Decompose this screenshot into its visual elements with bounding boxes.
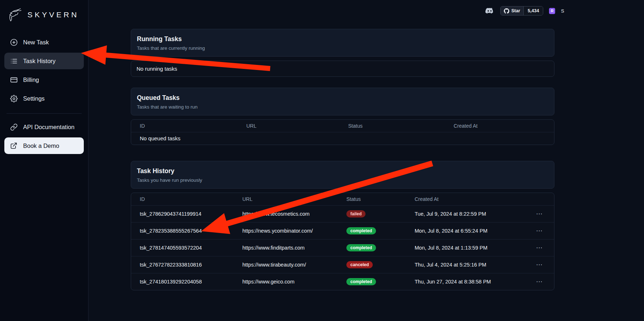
status-badge: completed — [346, 278, 376, 285]
table-row[interactable]: tsk_278235388555267564 https://news.ycom… — [131, 222, 554, 239]
app-window: SKYVERN New Task Task History Billing Se — [0, 0, 644, 321]
sidebar-item-label: Book a Demo — [23, 142, 59, 149]
task-id: tsk_278629043741199914 — [140, 211, 242, 217]
main-area: Star 5,434 R S Running Tasks Tasks that … — [88, 0, 644, 321]
sidebar-item-label: Task History — [23, 58, 56, 65]
table-row[interactable]: tsk_278147405593572204 https://www.findi… — [131, 239, 554, 256]
status-badge: failed — [346, 210, 366, 217]
external-link-icon — [10, 142, 18, 150]
sidebar-item-label: API Documentation — [23, 124, 74, 131]
sidebar-item-new-task[interactable]: New Task — [4, 34, 84, 50]
task-created-at: Mon, Jul 8, 2024 at 6:55:24 PM — [415, 228, 523, 234]
task-history-section: Task History Tasks you have run previous… — [131, 161, 554, 290]
sidebar-item-api-documentation[interactable]: API Documentation — [4, 119, 84, 135]
discord-icon[interactable] — [485, 6, 494, 16]
topbar-cutoff-text: S — [561, 8, 564, 14]
table-row[interactable]: tsk_274180139292204058 https://www.geico… — [131, 273, 554, 290]
content: Running Tasks Tasks that are currently r… — [88, 22, 644, 290]
link-icon — [10, 123, 18, 131]
column-header-created-at: Created At — [415, 196, 523, 202]
status-badge: canceled — [346, 261, 373, 268]
section-subtitle: Tasks you have run previously — [137, 177, 548, 183]
sidebar-item-task-history[interactable]: Task History — [4, 53, 84, 69]
task-url: https://www.finditparts.com — [242, 245, 346, 251]
github-icon — [504, 8, 509, 14]
queued-tasks-empty: No queued tasks — [131, 132, 554, 145]
running-tasks-empty: No running tasks — [131, 61, 554, 77]
github-star-count: 5,434 — [523, 6, 543, 15]
running-tasks-header: Running Tasks Tasks that are currently r… — [131, 29, 554, 57]
column-header-created-at: Created At — [454, 123, 545, 129]
table-header-row: ID URL Status Created At — [131, 120, 554, 132]
status-badge: completed — [346, 244, 376, 251]
queued-tasks-section: Queued Tasks Tasks that are waiting to r… — [131, 88, 554, 145]
section-title: Running Tasks — [137, 35, 548, 43]
task-url: https://news.ycombinator.com/ — [242, 228, 346, 234]
table-row[interactable]: tsk_276727822333810816 https://www.tirab… — [131, 256, 554, 273]
sidebar-item-label: New Task — [23, 39, 49, 46]
sidebar-item-label: Billing — [23, 76, 39, 83]
task-id: tsk_276727822333810816 — [140, 262, 242, 268]
table-row[interactable]: tsk_278629043741199914 https://www.tecos… — [131, 205, 554, 222]
task-created-at: Mon, Jul 8, 2024 at 1:13:59 PM — [415, 245, 523, 251]
column-header-id: ID — [140, 123, 246, 129]
credit-card-icon — [10, 76, 18, 84]
column-header-id: ID — [140, 196, 242, 202]
section-subtitle: Tasks that are waiting to run — [137, 104, 548, 110]
task-created-at: Thu, Jul 4, 2024 at 5:25:16 PM — [415, 262, 523, 268]
sidebar-item-book-a-demo[interactable]: Book a Demo — [4, 137, 84, 154]
row-actions-button[interactable]: ⋯ — [523, 227, 545, 235]
task-history-header: Task History Tasks you have run previous… — [131, 161, 554, 189]
sidebar-item-billing[interactable]: Billing — [4, 71, 84, 88]
column-header-status: Status — [346, 196, 415, 202]
section-subtitle: Tasks that are currently running — [137, 45, 548, 51]
task-created-at: Tue, Jul 9, 2024 at 8:22:59 PM — [415, 211, 523, 217]
brand-name: SKYVERN — [27, 10, 79, 19]
task-id: tsk_278147405593572204 — [140, 245, 242, 251]
list-icon — [10, 57, 18, 65]
skyvern-dragon-icon — [7, 6, 24, 23]
github-star-label: Star — [511, 8, 520, 13]
plus-circle-icon — [10, 38, 18, 46]
section-title: Task History — [137, 167, 548, 175]
task-url: https://www.tecosmetics.com — [242, 211, 346, 217]
gear-icon — [10, 94, 18, 102]
task-id: tsk_278235388555267564 — [140, 228, 242, 234]
task-id: tsk_274180139292204058 — [140, 279, 242, 285]
column-header-url: URL — [246, 123, 348, 129]
task-history-table: ID URL Status Created At tsk_27862904374… — [131, 193, 554, 290]
table-header-row: ID URL Status Created At — [131, 193, 554, 205]
sidebar-divider — [7, 113, 82, 114]
queued-tasks-header: Queued Tasks Tasks that are waiting to r… — [131, 88, 554, 115]
github-star-widget[interactable]: Star 5,434 — [500, 6, 544, 16]
sidebar-item-label: Settings — [23, 95, 45, 102]
status-badge: completed — [346, 227, 376, 234]
task-url: https://www.tirabeauty.com/ — [242, 262, 346, 268]
running-tasks-section: Running Tasks Tasks that are currently r… — [131, 29, 554, 77]
column-header-url: URL — [242, 196, 346, 202]
task-created-at: Thu, Jun 27, 2024 at 8:38:58 PM — [415, 279, 523, 285]
topbar: Star 5,434 R S — [88, 0, 644, 22]
column-header-status: Status — [348, 123, 454, 129]
row-actions-button[interactable]: ⋯ — [523, 210, 545, 218]
avatar[interactable]: R — [549, 8, 555, 14]
row-actions-button[interactable]: ⋯ — [523, 277, 545, 286]
section-title: Queued Tasks — [137, 94, 548, 102]
queued-tasks-table: ID URL Status Created At No queued tasks — [131, 119, 554, 145]
row-actions-button[interactable]: ⋯ — [523, 243, 545, 252]
task-url: https://www.geico.com — [242, 279, 346, 285]
sidebar: SKYVERN New Task Task History Billing Se — [0, 0, 88, 321]
brand-logo[interactable]: SKYVERN — [4, 5, 84, 32]
row-actions-button[interactable]: ⋯ — [523, 260, 545, 269]
sidebar-item-settings[interactable]: Settings — [4, 90, 84, 107]
